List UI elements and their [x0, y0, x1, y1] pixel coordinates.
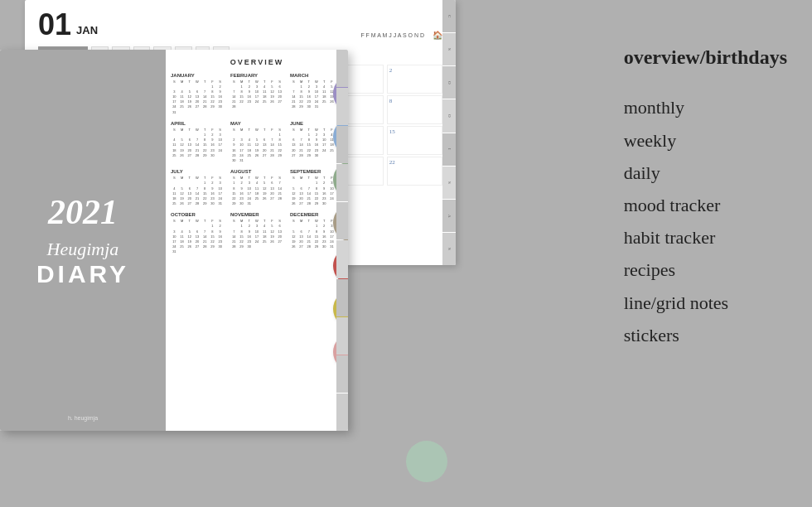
cover-author: h. heugimja [0, 415, 166, 421]
tab-i: I [442, 133, 456, 166]
feature-list: overview/birthdays monthly weekly daily … [624, 41, 787, 350]
month-jul: JULY SMTWTFS 123 45678910 11121314151617… [171, 169, 224, 205]
front-tab-6 [336, 240, 348, 278]
front-tab-5 [336, 202, 348, 239]
feature-weekly: weekly [624, 126, 787, 155]
month-apr: APRIL SMTWTFS 123 45678910 1112131415161… [171, 121, 224, 162]
tab-c: C [442, 0, 456, 32]
month-nov: NOVEMBER SMTWTFS 123456 78910111213 1415… [230, 212, 283, 254]
nav-letters: F F M A M J J A S O N D [360, 32, 424, 38]
month-nav: F F M A M J J A S O N D 🏠 [360, 31, 442, 40]
front-tab-4 [336, 164, 348, 201]
feature-stickers: stickers [624, 321, 787, 350]
month-may: MAY SMTWTFS 1 2345678 9101112131415 1617… [230, 121, 283, 162]
circle-bottom-mint [406, 441, 447, 482]
year-calendar: JANUARY SMTWTFS 12 3456789 1011121314151… [171, 73, 343, 254]
tab-s: S [442, 33, 456, 65]
page-front: 2021 Heugimja DIARY h. heugimja OVERVIEW… [0, 50, 348, 431]
feature-mood: mood tracker [624, 191, 787, 220]
main-container: 01 JAN F F M A M J J A S O N D 🏠 MEMO SU… [0, 0, 812, 507]
tab-s3: S [442, 233, 456, 265]
cover-year: 2021 [48, 192, 118, 232]
cover-title-italic: Heugimja [47, 239, 119, 260]
front-tab-3 [336, 126, 348, 163]
feature-recipes: recipes [624, 255, 787, 284]
tab-o2: O [442, 99, 456, 132]
cover-section: 2021 Heugimja DIARY h. heugimja [0, 50, 166, 431]
feature-monthly: monthly [624, 93, 787, 122]
feature-daily: daily [624, 158, 787, 187]
front-tab-10 [336, 394, 348, 431]
front-sidebar-tabs [336, 50, 348, 431]
overview-title: OVERVIEW [171, 58, 343, 66]
month-name: JAN [76, 24, 98, 36]
month-aug: AUGUST SMTWTFS 1234567 891011121314 1516… [230, 169, 283, 205]
feature-habit: habit tracker [624, 223, 787, 252]
front-tab-9 [336, 355, 348, 393]
month-oct: OCTOBER SMTWTFS 12 3456789 1011121314151… [171, 212, 224, 254]
overview-section: OVERVIEW JANUARY SMTWTFS 12 3456789 1011… [166, 50, 348, 431]
feature-overview: overview/birthdays [624, 41, 787, 73]
feature-notes: line/grid notes [624, 288, 787, 317]
front-tab-1 [336, 50, 348, 87]
month-feb: FEBRUARY SMTWTFS 123456 78910111213 1415… [230, 73, 283, 114]
front-tab-7 [336, 279, 348, 316]
front-tab-2 [336, 88, 348, 125]
cover-title-bold: DIARY [36, 260, 129, 288]
tab-s2: S [442, 167, 456, 199]
month-jan: JANUARY SMTWTFS 12 3456789 1011121314151… [171, 73, 224, 114]
tab-o1: O [442, 66, 456, 99]
sidebar-tabs: C S O O I S A S [442, 0, 456, 265]
front-tab-8 [336, 317, 348, 355]
month-number: 01 [38, 10, 71, 40]
tab-a: A [442, 200, 456, 232]
page-header: 01 JAN F F M A M J J A S O N D 🏠 [38, 10, 442, 40]
